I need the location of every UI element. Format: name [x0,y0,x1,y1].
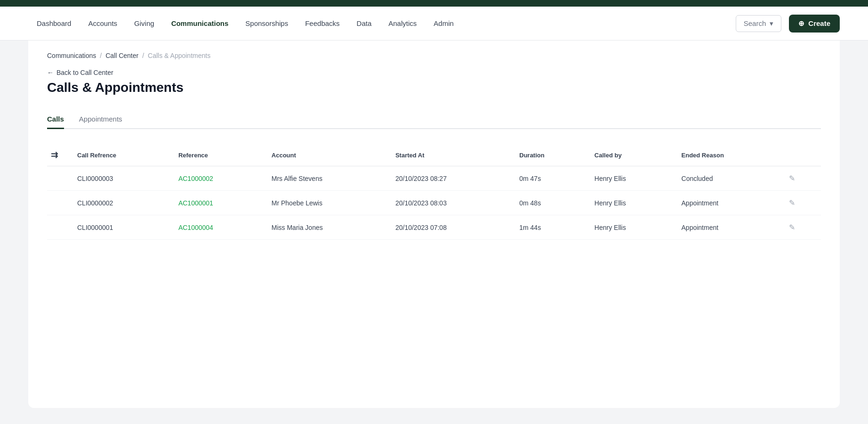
page-title: Calls & Appointments [47,80,821,95]
col-called-by: Called by [587,144,674,166]
nav-item-accounts[interactable]: Accounts [80,16,126,31]
row-edit[interactable]: ✎ [781,191,821,215]
row-edit[interactable]: ✎ [781,166,821,191]
row-called-by: Henry Ellis [587,166,674,191]
row-ended-reason: Appointment [674,191,781,215]
col-ended-reason: Ended Reason [674,144,781,166]
row-started-at: 20/10/2023 08:03 [388,191,512,215]
nav-item-admin[interactable]: Admin [425,16,462,31]
chevron-down-icon: ▾ [770,19,773,28]
back-link[interactable]: ← Back to Call Center [47,69,821,76]
sort-icon: ⇉ [51,150,58,160]
back-link-label: Back to Call Center [56,69,113,76]
arrow-left-icon: ← [47,69,54,76]
edit-icon[interactable]: ✎ [789,174,795,182]
col-actions [781,144,821,166]
nav-item-analytics[interactable]: Analytics [380,16,425,31]
nav-item-communications[interactable]: Communications [163,16,237,31]
tab-calls[interactable]: Calls [47,110,64,129]
nav-item-dashboard[interactable]: Dashboard [28,16,80,31]
sort-icon-header: ⇉ [47,144,70,166]
create-button[interactable]: ⊕ Create [789,15,840,33]
tab-appointments[interactable]: Appointments [79,110,122,129]
create-label: Create [808,19,830,27]
row-edit[interactable]: ✎ [781,215,821,240]
search-label: Search [744,19,766,27]
row-call-ref: CLI0000001 [70,215,171,240]
breadcrumb-current: Calls & Appointments [148,52,210,59]
table-row: CLI0000001 AC1000004 Miss Maria Jones 20… [47,215,821,240]
nav-item-giving[interactable]: Giving [126,16,163,31]
row-sort-cell [47,166,70,191]
row-reference[interactable]: AC1000002 [171,166,264,191]
col-reference: Reference [171,144,264,166]
row-ended-reason: Concluded [674,166,781,191]
tabs: Calls Appointments [47,110,821,129]
col-started-at: Started At [388,144,512,166]
row-account: Miss Maria Jones [264,215,388,240]
edit-icon[interactable]: ✎ [789,223,795,231]
row-started-at: 20/10/2023 07:08 [388,215,512,240]
table-row: CLI0000003 AC1000002 Mrs Alfie Stevens 2… [47,166,821,191]
row-called-by: Henry Ellis [587,191,674,215]
row-sort-cell [47,191,70,215]
row-account: Mrs Alfie Stevens [264,166,388,191]
nav-item-sponsorships[interactable]: Sponsorships [237,16,297,31]
row-reference[interactable]: AC1000001 [171,191,264,215]
breadcrumb-communications[interactable]: Communications [47,52,96,59]
row-called-by: Henry Ellis [587,215,674,240]
table-wrapper: ⇉ Call Refrence Reference Account Starte… [47,144,821,240]
row-sort-cell [47,215,70,240]
nav-item-data[interactable]: Data [348,16,380,31]
plus-icon: ⊕ [798,19,804,28]
nav-item-feedbacks[interactable]: Feedbacks [297,16,348,31]
breadcrumb-call-center[interactable]: Call Center [105,52,138,59]
breadcrumb: Communications / Call Center / Calls & A… [47,52,821,59]
col-duration: Duration [512,144,587,166]
row-started-at: 20/10/2023 08:27 [388,166,512,191]
table-row: CLI0000002 AC1000001 Mr Phoebe Lewis 20/… [47,191,821,215]
row-call-ref: CLI0000003 [70,166,171,191]
row-reference[interactable]: AC1000004 [171,215,264,240]
row-call-ref: CLI0000002 [70,191,171,215]
navbar: Dashboard Accounts Giving Communications… [0,7,868,41]
breadcrumb-sep-1: / [100,52,102,59]
row-duration: 0m 48s [512,191,587,215]
col-call-ref: Call Refrence [70,144,171,166]
row-account: Mr Phoebe Lewis [264,191,388,215]
topbar [0,0,868,7]
row-duration: 1m 44s [512,215,587,240]
search-button[interactable]: Search ▾ [736,15,782,32]
col-account: Account [264,144,388,166]
edit-icon[interactable]: ✎ [789,199,795,207]
row-duration: 0m 47s [512,166,587,191]
row-ended-reason: Appointment [674,215,781,240]
breadcrumb-sep-2: / [142,52,144,59]
